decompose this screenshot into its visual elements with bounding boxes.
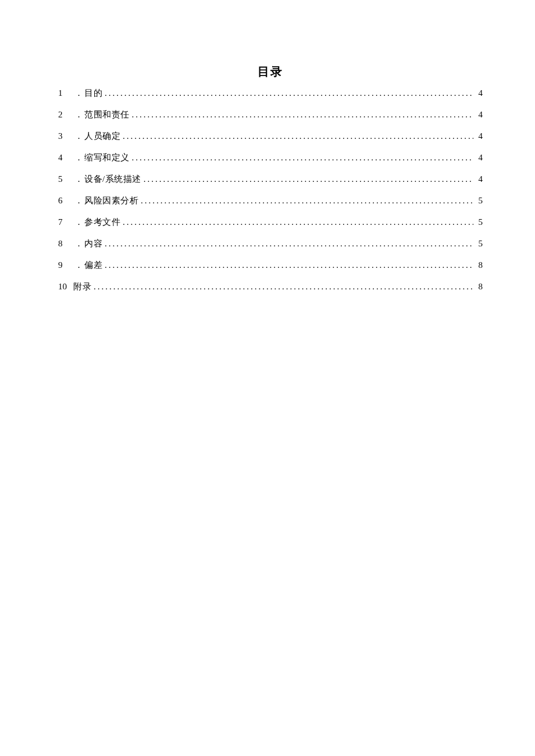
toc-label: 缩写和定义 [84,153,130,162]
toc-label: 目的 [84,89,102,98]
toc-page-number: 4 [476,110,483,119]
toc-separator: ． [74,110,83,119]
toc-number: 5 [58,175,73,184]
toc-leader-dots [132,110,474,119]
toc-label: 风险因素分析 [84,196,138,205]
toc-page-number: 5 [476,218,483,227]
toc-row: 10附录8 [58,282,483,291]
toc-label: 设备/系统描述 [84,175,141,184]
toc-leader-dots [94,282,473,291]
toc-page-number: 4 [476,132,483,141]
toc-page-number: 4 [476,153,483,162]
toc-number: 1 [58,89,73,98]
toc-row: 8．内容5 [58,239,483,248]
toc-label: 参考文件 [84,218,120,227]
toc-label: 内容 [84,239,102,248]
toc-separator: ． [74,239,83,248]
toc-row: 7．参考文件5 [58,218,483,227]
toc-leader-dots [132,153,474,162]
toc-leader-dots [105,89,473,98]
toc-row: 4．缩写和定义4 [58,153,483,162]
toc-row: 5．设备/系统描述4 [58,175,483,184]
toc-leader-dots [105,261,473,270]
toc-number: 7 [58,218,73,227]
toc-number: 4 [58,153,73,162]
toc-number: 6 [58,196,73,205]
toc-row: 1．目的4 [58,89,483,98]
toc-leader-dots [144,175,473,184]
toc-label: 偏差 [84,261,102,270]
toc-number: 10 [58,282,73,291]
toc-separator: ． [74,196,83,205]
toc-leader-dots [141,196,473,205]
toc-page-number: 4 [476,89,483,98]
toc-leader-dots [105,239,473,248]
toc-number: 8 [58,239,73,248]
toc-number: 9 [58,261,73,270]
toc-label: 人员确定 [84,132,120,141]
toc-row: 2．范围和责任4 [58,110,483,119]
toc-row: 9．偏差8 [58,261,483,270]
toc-separator: ． [74,261,83,270]
toc-list: 1．目的42．范围和责任43．人员确定44．缩写和定义45．设备/系统描述46．… [58,89,483,291]
toc-page-number: 8 [476,282,483,291]
toc-separator: ． [74,132,83,141]
toc-separator: ． [74,153,83,162]
toc-number: 3 [58,132,73,141]
toc-leader-dots [123,132,473,141]
toc-leader-dots [123,218,473,227]
toc-page-number: 8 [476,261,483,270]
toc-label: 附录 [73,282,91,291]
toc-page-number: 5 [476,196,483,205]
toc-number: 2 [58,110,73,119]
toc-label: 范围和责任 [84,110,130,119]
toc-separator: ． [74,175,83,184]
toc-row: 3．人员确定4 [58,132,483,141]
toc-separator: ． [74,89,83,98]
toc-page-number: 4 [476,175,483,184]
toc-row: 6．风险因素分析5 [58,196,483,205]
toc-title: 目录 [58,64,483,80]
toc-page-number: 5 [476,239,483,248]
toc-separator: ． [74,218,83,227]
